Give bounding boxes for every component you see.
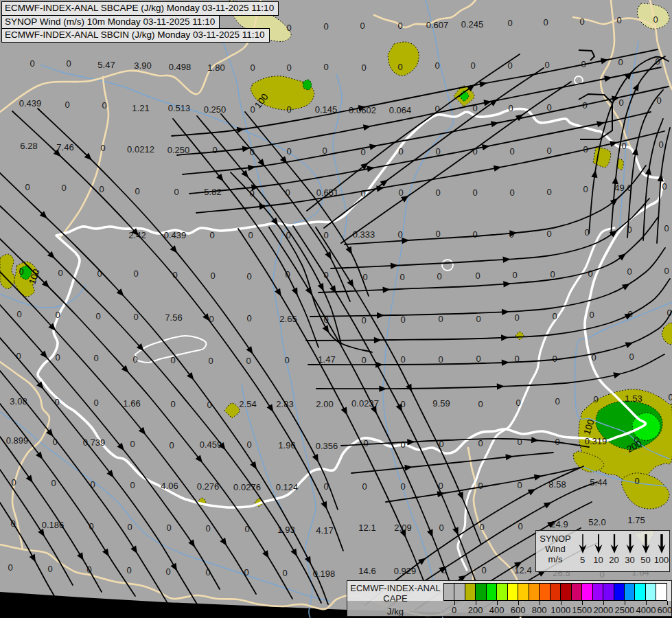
station-value: 0	[512, 270, 517, 280]
station-value: 0	[629, 352, 634, 362]
station-value: 0	[517, 480, 522, 490]
streamline-arrowhead-icon	[267, 404, 277, 413]
map-canvas: 00000.6070.24500000005.473.900.4981.8000…	[0, 0, 672, 618]
station-value: 0	[476, 354, 480, 364]
station-value: 0.124	[276, 482, 299, 492]
station-value: 0	[361, 315, 366, 325]
streamline-arrowhead-icon	[622, 281, 632, 290]
map-title-box: ECMWF-INDEX-ANAL SBCAPE (J/kg) Monday 03…	[1, 1, 279, 43]
station-value: 0	[208, 356, 213, 366]
station-value: 0	[323, 62, 328, 72]
streamline-arrowhead-icon	[363, 123, 372, 130]
title-line-wind: SYNOP Wind (m/s) 10m Monday 03-11-2025 1…	[1, 15, 220, 30]
station-value: 0	[284, 355, 289, 365]
station-value: 0	[476, 314, 480, 324]
station-value: 0	[286, 62, 291, 73]
streamline-arrowhead-icon	[346, 247, 355, 256]
cape-scale-label: 2000	[593, 605, 613, 615]
cape-scale-label: 0	[452, 605, 456, 615]
station-value: 0	[400, 354, 405, 365]
station-value: 0	[250, 62, 255, 73]
cape-legend-bar: 0200400600800100015002000250040006000	[443, 583, 667, 616]
cape-scale-label: 2500	[614, 605, 634, 615]
cape-scale-label: 1000	[551, 605, 570, 615]
wind-speed-label: 100	[654, 555, 669, 565]
station-value: 0	[546, 187, 551, 197]
station-value: 0	[509, 146, 514, 157]
cape-color-cell	[561, 584, 571, 600]
station-value: 0	[398, 146, 403, 157]
station-value: 0	[668, 392, 672, 402]
station-value: 3.90	[134, 60, 151, 71]
cape-color-cell	[582, 584, 592, 600]
station-value: 0	[322, 146, 327, 156]
station-value: 0	[435, 60, 439, 71]
station-value: 0.513	[168, 103, 191, 113]
cape-color-cell	[603, 584, 614, 600]
cape-color-cell	[625, 584, 635, 600]
cape-color-cell	[444, 584, 454, 600]
cape-color-cell	[593, 584, 603, 600]
streamline-arrowhead-icon	[497, 383, 505, 390]
station-value: 7.46	[56, 142, 73, 152]
station-value: 0	[546, 146, 551, 156]
wind-speed-item: 100	[653, 531, 669, 571]
station-value: 12.1	[358, 523, 375, 533]
cape-color-cell	[646, 584, 656, 600]
cape-color-cell	[465, 584, 476, 600]
wind-speed-label: 30	[625, 555, 634, 565]
streamline-arrowhead-icon	[633, 82, 642, 91]
streamline-arrowhead-icon	[596, 119, 605, 127]
streamline-arrowhead-icon	[374, 337, 382, 343]
cape-color-cell	[497, 584, 507, 600]
cape-color-legend: ECMWF-INDEX-ANAL CAPE J/kg 0200400600800…	[347, 580, 672, 617]
station-value: 0	[507, 18, 512, 28]
station-value: 0	[90, 479, 95, 490]
station-value: 0	[435, 146, 440, 157]
station-value: 0	[543, 17, 548, 27]
station-value: 5.47	[97, 60, 115, 70]
wind-streamline	[306, 279, 670, 341]
station-value: 0	[133, 268, 138, 279]
wind-arrow-down-icon	[593, 534, 604, 554]
station-value: 7.56	[165, 312, 182, 323]
streamline-arrowhead-icon	[482, 143, 491, 150]
title-line-sbcape: ECMWF-INDEX-ANAL SBCAPE (J/kg) Monday 03…	[1, 1, 279, 16]
wind-streamline	[0, 272, 256, 594]
station-value: 1.80	[207, 62, 224, 73]
cape-color-cell	[454, 584, 465, 600]
streamline-arrowhead-icon	[26, 474, 36, 484]
wind-speed-item: 30	[622, 531, 638, 571]
streamline-arrowhead-icon	[102, 549, 112, 558]
station-value: 0.064	[389, 105, 412, 115]
station-value: 14.6	[358, 566, 375, 576]
streamline-arrowhead-icon	[601, 56, 610, 64]
title-line-sbcin: ECMWF-INDEX-ANAL SBCIN (J/kg) Monday 03-…	[1, 28, 270, 43]
wind-speed-label: 5	[580, 555, 585, 565]
station-value: 0	[165, 566, 170, 577]
streamline-arrowhead-icon	[77, 552, 86, 562]
streamline-arrowhead-icon	[375, 361, 383, 367]
wind-streamline	[316, 354, 664, 389]
station-value: 0	[664, 266, 669, 276]
wind-arrow-down-icon	[625, 534, 636, 554]
station-value: 0	[400, 481, 405, 492]
streamline-arrowhead-icon	[130, 545, 140, 555]
station-value: 0.250	[204, 104, 227, 115]
station-value: 0.333	[353, 229, 375, 240]
cape-scale-label: 1500	[572, 605, 592, 615]
station-value: 0	[286, 23, 291, 33]
station-value: 0	[475, 271, 480, 281]
station-value: 0	[579, 16, 584, 27]
wind-legend-title-line1: SYNOP	[536, 534, 575, 544]
wind-streamline	[316, 227, 481, 545]
cape-scale-label: 800	[532, 605, 547, 615]
station-value: 0	[130, 439, 135, 449]
station-value: 9.59	[432, 398, 450, 409]
station-value: 0	[133, 312, 138, 322]
streamline-arrowhead-icon	[248, 164, 256, 172]
cape-color-cell	[614, 584, 625, 600]
station-value: 2.54	[239, 399, 256, 409]
station-value: 0	[100, 143, 105, 153]
station-value: 0	[588, 268, 592, 279]
